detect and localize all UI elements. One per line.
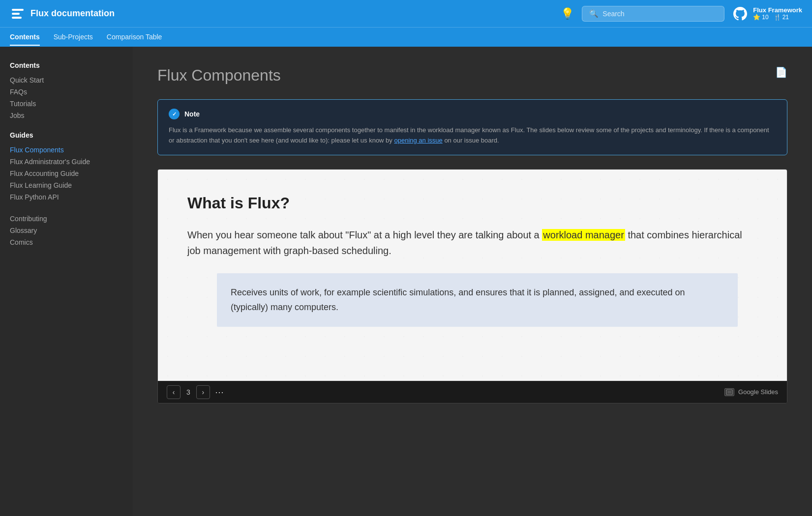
sidebar-item-accounting-guide[interactable]: Flux Accounting Guide: [10, 168, 123, 179]
sidebar-item-tutorials[interactable]: Tutorials: [10, 98, 123, 110]
slide-google-slides-area: Google Slides: [724, 388, 778, 396]
note-header: ✓ Note: [169, 109, 776, 119]
brand-label: Flux documentation: [30, 8, 115, 19]
svg-rect-0: [12, 9, 24, 11]
slide-prev-button[interactable]: ‹: [167, 385, 180, 399]
sub-nav-contents[interactable]: Contents: [10, 29, 40, 46]
slide-body: When you hear someone talk about "Flux" …: [187, 227, 757, 258]
sub-navbar: Contents Sub-Projects Comparison Table: [0, 27, 812, 47]
github-title: Flux Framework: [753, 6, 802, 14]
slides-icon: [724, 388, 734, 396]
github-icon: [732, 6, 748, 22]
slide-title: What is Flux?: [187, 194, 757, 212]
slide-more-button[interactable]: ⋯: [213, 387, 226, 398]
theme-toggle-icon[interactable]: 💡: [561, 7, 574, 20]
sub-nav-subprojects[interactable]: Sub-Projects: [54, 29, 93, 46]
sidebar-item-comics[interactable]: Comics: [10, 236, 123, 248]
sidebar-guides-title: Guides: [10, 131, 123, 139]
search-box[interactable]: 🔍: [582, 6, 724, 22]
search-icon: 🔍: [589, 9, 599, 18]
github-stats: ⭐ 10 🍴 21: [753, 14, 802, 21]
content-area: Flux Components 📄 ✓ Note Flux is a Frame…: [133, 47, 812, 516]
github-stars: ⭐ 10: [753, 14, 768, 21]
search-input[interactable]: [602, 10, 717, 18]
sidebar-item-quickstart[interactable]: Quick Start: [10, 74, 123, 86]
opening-an-issue-link[interactable]: opening an issue: [394, 137, 442, 144]
sub-nav-comparison[interactable]: Comparison Table: [107, 29, 162, 46]
top-navbar: Flux documentation 💡 🔍 Flux Framework ⭐ …: [0, 0, 812, 27]
brand[interactable]: Flux documentation: [10, 6, 115, 22]
sidebar-item-faqs[interactable]: FAQs: [10, 86, 123, 98]
sidebar-item-jobs[interactable]: Jobs: [10, 110, 123, 121]
github-info: Flux Framework ⭐ 10 🍴 21: [753, 6, 802, 21]
slide-body-before: When you hear someone talk about "Flux" …: [187, 229, 542, 240]
note-box: ✓ Note Flux is a Framework because we as…: [157, 99, 787, 155]
sidebar-item-contributing[interactable]: Contributing: [10, 213, 123, 225]
slide-quote-text: Receives units of work, for example scie…: [231, 285, 724, 315]
slide-toolbar: ‹ 3 › ⋯ Google Slides: [158, 381, 787, 403]
main-container: Contents Quick Start FAQs Tutorials Jobs…: [0, 47, 812, 516]
svg-rect-4: [727, 391, 731, 394]
svg-rect-1: [12, 13, 20, 15]
sidebar-item-admin-guide[interactable]: Flux Administrator's Guide: [10, 156, 123, 168]
note-title: Note: [184, 110, 200, 118]
page-title: Flux Components: [157, 66, 787, 85]
slide-inner: What is Flux? When you hear someone talk…: [187, 194, 757, 327]
slide-content: What is Flux? When you hear someone talk…: [158, 170, 787, 381]
sidebar-item-flux-components[interactable]: Flux Components: [10, 144, 123, 156]
svg-rect-2: [12, 17, 22, 19]
note-text-after: on our issue board.: [443, 137, 499, 144]
slide-quote-box: Receives units of work, for example scie…: [217, 273, 738, 327]
note-check-icon: ✓: [169, 109, 180, 119]
github-forks: 🍴 21: [774, 14, 789, 21]
copy-icon[interactable]: 📄: [775, 66, 787, 78]
slide-next-button[interactable]: ›: [196, 385, 210, 399]
flux-logo-icon: [10, 6, 26, 22]
note-text: Flux is a Framework because we assemble …: [169, 125, 776, 146]
sidebar-contents-title: Contents: [10, 61, 123, 69]
sidebar-item-glossary[interactable]: Glossary: [10, 225, 123, 236]
github-area[interactable]: Flux Framework ⭐ 10 🍴 21: [732, 6, 802, 22]
sidebar-item-python-api[interactable]: Flux Python API: [10, 191, 123, 203]
sidebar: Contents Quick Start FAQs Tutorials Jobs…: [0, 47, 133, 516]
slide-highlight: workload manager: [542, 229, 625, 241]
slide-container: What is Flux? When you hear someone talk…: [157, 169, 787, 403]
google-slides-label: Google Slides: [738, 388, 778, 396]
slide-page-number: 3: [183, 388, 193, 396]
sidebar-item-learning-guide[interactable]: Flux Learning Guide: [10, 179, 123, 191]
